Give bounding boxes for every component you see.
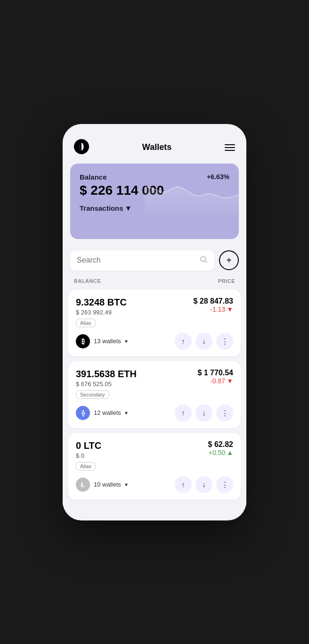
wallet-chevron-ltc[interactable]: ▾	[125, 481, 128, 488]
receive-icon-eth: ↓	[202, 409, 206, 417]
more-icon-ltc: ⋮	[221, 480, 228, 489]
action-buttons-btc: ↑ ↓ ⋮	[175, 333, 233, 350]
header: Wallets	[63, 135, 246, 164]
search-section: +	[63, 247, 246, 276]
wallet-info-eth: ⟠ 12 wallets ▾	[76, 406, 128, 420]
add-icon: +	[226, 255, 232, 266]
transactions-label: Transactions	[80, 204, 123, 212]
ltc-icon: Ł	[76, 478, 90, 492]
balance-col-header: BALANCE	[74, 278, 101, 284]
asset-name-ltc: 0 LTC	[76, 440, 101, 451]
btc-icon: ₿	[76, 334, 90, 348]
asset-usd-btc: $ 263 992.49	[76, 309, 127, 316]
send-button-eth[interactable]: ↑	[175, 405, 192, 421]
more-button-btc[interactable]: ⋮	[216, 333, 233, 350]
asset-change-eth: -0.87 ▼	[197, 377, 233, 385]
balance-chart	[145, 178, 239, 215]
send-button-btc[interactable]: ↑	[175, 333, 192, 350]
wallet-count-eth: 12 wallets	[94, 409, 121, 416]
asset-price-ltc: $ 62.82	[208, 440, 233, 449]
wallet-count-ltc: 10 wallets	[94, 481, 121, 488]
asset-name-eth: 391.5638 ETH	[76, 369, 137, 380]
wallet-count-btc: 13 wallets	[94, 338, 121, 345]
down-triangle-icon: ▼	[227, 305, 233, 313]
menu-button[interactable]	[225, 144, 235, 151]
balance-card: Balance +6.63% $ 226 114 000 Transaction…	[70, 164, 239, 239]
search-bar[interactable]	[70, 250, 214, 271]
receive-button-eth[interactable]: ↓	[195, 405, 212, 421]
asset-alias-eth: Secondary	[76, 390, 109, 399]
receive-button-btc[interactable]: ↓	[195, 333, 212, 350]
asset-card-btc: 9.3248 BTC $ 263 992.49 Alias $ 28 847.8…	[68, 289, 241, 356]
wallet-info-btc: ₿ 13 wallets ▾	[76, 334, 128, 348]
chevron-down-icon: ▾	[126, 204, 130, 213]
asset-alias-ltc: Alias	[76, 462, 96, 471]
wallet-info-ltc: Ł 10 wallets ▾	[76, 478, 128, 492]
asset-name-btc: 9.3248 BTC	[76, 297, 127, 308]
more-button-ltc[interactable]: ⋮	[216, 476, 233, 493]
asset-change-btc: -1.13 ▼	[193, 305, 233, 313]
page-title: Wallets	[142, 142, 171, 152]
balance-label: Balance	[80, 173, 107, 181]
logo-icon	[74, 139, 89, 156]
search-input[interactable]	[77, 256, 195, 264]
send-button-ltc[interactable]: ↑	[175, 476, 192, 493]
asset-change-ltc: +0.50 ▲	[208, 449, 233, 456]
transactions-button[interactable]: Transactions ▾	[80, 204, 130, 213]
wallet-chevron-btc[interactable]: ▾	[125, 338, 128, 345]
receive-button-ltc[interactable]: ↓	[195, 476, 212, 493]
up-triangle-icon-ltc: ▲	[227, 449, 233, 456]
svg-line-3	[205, 261, 207, 263]
eth-icon: ⟠	[76, 406, 90, 420]
action-buttons-eth: ↑ ↓ ⋮	[175, 405, 233, 421]
assets-list: 9.3248 BTC $ 263 992.49 Alias $ 28 847.8…	[63, 288, 246, 505]
svg-point-2	[201, 256, 206, 262]
receive-icon: ↓	[202, 337, 206, 345]
asset-card-eth: 391.5638 ETH $ 676 525.05 Secondary $ 1 …	[68, 361, 241, 428]
down-triangle-icon-eth: ▼	[227, 377, 233, 385]
more-button-eth[interactable]: ⋮	[216, 405, 233, 421]
action-buttons-ltc: ↑ ↓ ⋮	[175, 476, 233, 493]
price-col-header: PRICE	[218, 278, 235, 284]
wallet-chevron-eth[interactable]: ▾	[125, 410, 128, 416]
send-icon-eth: ↑	[181, 409, 185, 417]
asset-price-eth: $ 1 770.54	[197, 369, 233, 377]
asset-card-ltc: 0 LTC $ 0 Alias $ 62.82 +0.50 ▲ Ł 10 wal…	[68, 433, 241, 500]
send-icon-ltc: ↑	[181, 480, 185, 488]
asset-alias-btc: Alias	[76, 319, 96, 327]
search-icon	[199, 255, 208, 266]
asset-price-btc: $ 28 847.83	[193, 297, 233, 305]
send-icon: ↑	[181, 337, 185, 345]
more-icon: ⋮	[221, 337, 228, 346]
asset-usd-ltc: $ 0	[76, 452, 101, 459]
receive-icon-ltc: ↓	[202, 480, 206, 488]
add-wallet-button[interactable]: +	[219, 250, 239, 270]
column-headers: BALANCE PRICE	[63, 276, 246, 288]
asset-usd-eth: $ 676 525.05	[76, 380, 137, 388]
more-icon-eth: ⋮	[221, 409, 228, 417]
phone-container: Wallets Balance +6.63% $ 226 114 000	[63, 124, 246, 520]
